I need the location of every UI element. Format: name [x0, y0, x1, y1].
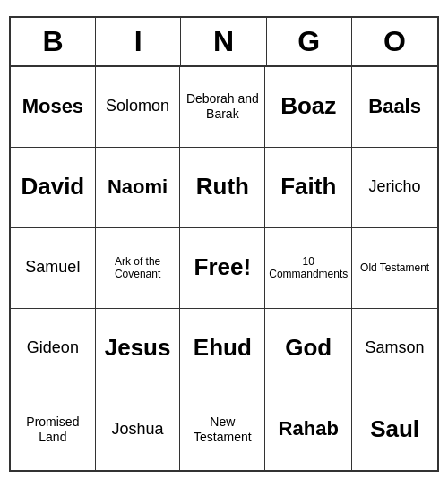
cell-text: Rahab — [279, 417, 339, 440]
cell-3-0[interactable]: Gideon — [11, 309, 96, 389]
header-letter: O — [352, 18, 437, 65]
cell-text: Jericho — [369, 177, 421, 197]
cell-0-4[interactable]: Baals — [352, 67, 437, 148]
cell-4-1[interactable]: Joshua — [96, 389, 181, 470]
cell-0-3[interactable]: Boaz — [265, 67, 352, 148]
cell-1-3[interactable]: Faith — [265, 148, 352, 228]
cell-text: Faith — [280, 173, 336, 201]
cell-1-1[interactable]: Naomi — [96, 148, 181, 228]
cell-2-3[interactable]: 10 Commandments — [265, 228, 352, 309]
header-letter: B — [11, 18, 96, 65]
cell-4-2[interactable]: New Testament — [180, 389, 265, 470]
cell-text: Boaz — [280, 92, 336, 120]
cell-text: Naomi — [108, 175, 168, 199]
cell-text: Samuel — [25, 258, 80, 278]
cell-text: Gideon — [27, 338, 79, 358]
cell-3-4[interactable]: Samson — [352, 309, 437, 389]
bingo-card: BINGO MosesSolomonDeborah and BarakBoazB… — [9, 16, 439, 472]
cell-text: Ehud — [194, 334, 252, 362]
cell-4-4[interactable]: Saul — [352, 389, 437, 470]
cell-3-3[interactable]: God — [265, 309, 352, 389]
cell-3-1[interactable]: Jesus — [96, 309, 181, 389]
cell-text: Old Testament — [360, 261, 429, 274]
header-letter: I — [96, 18, 181, 65]
cell-text: 10 Commandments — [269, 255, 348, 281]
cell-1-2[interactable]: Ruth — [180, 148, 265, 228]
cell-text: Ruth — [196, 173, 249, 201]
cell-3-2[interactable]: Ehud — [180, 309, 265, 389]
cell-2-2[interactable]: Free! — [180, 228, 265, 309]
bingo-header: BINGO — [11, 18, 437, 67]
cell-text: Saul — [370, 415, 419, 443]
cell-2-1[interactable]: Ark of the Covenant — [96, 228, 181, 309]
cell-0-2[interactable]: Deborah and Barak — [180, 67, 265, 148]
cell-0-0[interactable]: Moses — [11, 67, 96, 148]
header-letter: G — [267, 18, 352, 65]
cell-text: Baals — [368, 95, 421, 118]
cell-1-0[interactable]: David — [11, 148, 96, 228]
cell-4-0[interactable]: Promised Land — [11, 389, 96, 470]
cell-1-4[interactable]: Jericho — [352, 148, 437, 228]
cell-text: New Testament — [184, 414, 261, 445]
cell-text: Deborah and Barak — [184, 91, 261, 122]
cell-text: Ark of the Covenant — [99, 255, 177, 281]
cell-text: Promised Land — [14, 414, 91, 445]
bingo-grid: MosesSolomonDeborah and BarakBoazBaalsDa… — [11, 67, 437, 470]
cell-text: Moses — [22, 95, 83, 118]
cell-text: Joshua — [112, 420, 164, 440]
cell-text: Solomon — [106, 97, 169, 116]
cell-0-1[interactable]: Solomon — [96, 67, 181, 148]
cell-text: Free! — [194, 253, 252, 281]
cell-text: Samson — [366, 338, 425, 358]
cell-4-3[interactable]: Rahab — [265, 389, 352, 470]
cell-text: God — [285, 334, 332, 362]
cell-text: David — [21, 173, 84, 201]
header-letter: N — [181, 18, 266, 65]
cell-2-0[interactable]: Samuel — [11, 228, 96, 309]
cell-text: Jesus — [105, 334, 171, 362]
cell-2-4[interactable]: Old Testament — [352, 228, 437, 309]
